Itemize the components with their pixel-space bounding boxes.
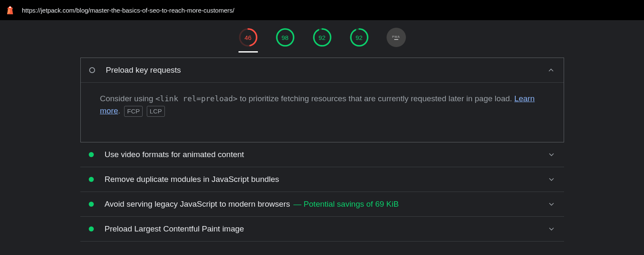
chevron-down-icon: [547, 200, 556, 208]
score-gauges-row: 46989292 PWA: [0, 20, 644, 58]
score-gauge-2[interactable]: 92: [313, 28, 332, 53]
audit-title: Preload Largest Contentful Paint image: [105, 224, 244, 234]
status-pass-icon: [89, 152, 94, 157]
status-neutral-icon: [89, 67, 95, 73]
score-gauge-0[interactable]: 46: [239, 28, 258, 53]
audit-row: Use video formats for animated content: [80, 142, 564, 167]
audit-title: Remove duplicate modules in JavaScript b…: [105, 175, 279, 184]
audit-title: Avoid serving legacy JavaScript to moder…: [105, 200, 290, 209]
chevron-down-icon: [547, 175, 556, 184]
audit-header[interactable]: Preload Largest Contentful Paint image: [80, 217, 564, 241]
lighthouse-icon: [5, 5, 15, 15]
audit-savings: — Potential savings of 69 KiB: [294, 200, 399, 209]
gauge-circle: 98: [276, 28, 295, 47]
audit-row: Remove duplicate modules in JavaScript b…: [80, 167, 564, 192]
audit-header[interactable]: Use video formats for animated content: [80, 142, 564, 167]
metric-tag-lcp: LCP: [147, 106, 165, 117]
chevron-down-icon: [547, 150, 556, 159]
pwa-gauge[interactable]: PWA: [387, 28, 406, 53]
topbar: https://jetpack.com/blog/master-the-basi…: [0, 0, 644, 20]
audit-header[interactable]: Avoid serving legacy JavaScript to moder…: [80, 192, 564, 216]
status-pass-icon: [89, 202, 94, 207]
page-url: https://jetpack.com/blog/master-the-basi…: [22, 7, 234, 14]
audit-header[interactable]: Remove duplicate modules in JavaScript b…: [80, 167, 564, 192]
audit-header[interactable]: Preload key requests: [81, 58, 564, 83]
audits-list: Preload key requests Consider using <lin…: [76, 58, 568, 242]
gauge-score: 98: [276, 28, 295, 47]
audit-row: Avoid serving legacy JavaScript to moder…: [80, 192, 564, 217]
audit-description: Consider using <link rel=preload> to pri…: [81, 83, 564, 142]
svg-rect-0: [9, 7, 11, 8]
audit-title: Use video formats for animated content: [105, 150, 244, 159]
gauge-score: 46: [239, 28, 258, 47]
gauge-score: 92: [350, 28, 369, 47]
status-pass-icon: [89, 226, 94, 231]
score-gauge-3[interactable]: 92: [350, 28, 369, 53]
status-pass-icon: [89, 177, 94, 182]
chevron-up-icon: [547, 66, 555, 74]
audit-row: Preload Largest Contentful Paint image: [80, 217, 564, 242]
gauge-score: 92: [313, 28, 332, 47]
score-gauge-1[interactable]: 98: [276, 28, 295, 53]
gauge-circle: 92: [313, 28, 332, 47]
gauge-circle: 46: [239, 28, 258, 47]
audit-preload-key-requests: Preload key requests Consider using <lin…: [80, 58, 564, 142]
audit-title: Preload key requests: [106, 66, 181, 75]
chevron-down-icon: [547, 225, 556, 233]
pwa-badge-icon: PWA: [387, 28, 406, 47]
metric-tag-fcp: FCP: [124, 106, 143, 117]
gauge-circle: 92: [350, 28, 369, 47]
